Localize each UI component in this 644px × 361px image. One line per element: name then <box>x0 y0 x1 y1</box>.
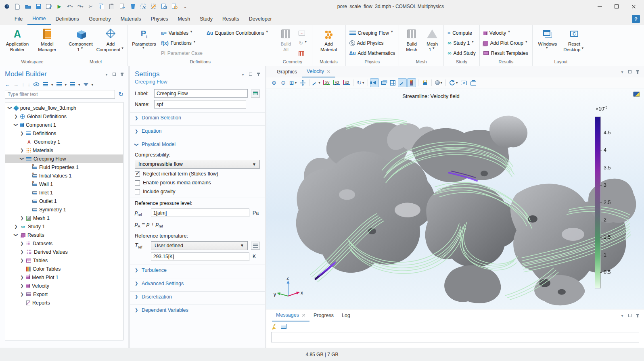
plot-canvas[interactable]: Streamline: Velocity field ×10-3 4.543.5… <box>266 88 644 309</box>
stokes-checkbox-row[interactable]: Neglect inertial term (Stokes flow) <box>130 169 265 178</box>
expander-icon[interactable]: ❯ <box>20 131 24 136</box>
pin-panel-icon[interactable] <box>119 72 124 77</box>
tree-item-export[interactable]: ❯Export <box>5 290 123 298</box>
tree-item-fluid-properties-1[interactable]: ❯Fluid Properties 1 <box>5 163 123 171</box>
tree-item-color-tables[interactable]: ❯Color Tables <box>5 265 123 273</box>
tab-physics[interactable]: Physics <box>146 13 173 25</box>
equation-contributions-button[interactable]: ΔuEquation Contributions <box>205 28 271 38</box>
save-as-icon[interactable] <box>44 2 53 11</box>
zoom-extents-icon[interactable] <box>298 78 307 87</box>
float-panel-icon[interactable] <box>112 72 117 77</box>
expander-icon[interactable]: ❯ <box>20 216 24 220</box>
view-yz-icon[interactable]: yz <box>332 78 341 87</box>
name-input[interactable] <box>154 100 246 109</box>
snapshot-icon[interactable] <box>460 78 468 87</box>
expander-icon[interactable]: ❯ <box>20 258 24 263</box>
tree-filter-input[interactable] <box>5 90 115 99</box>
dropdown-caret-icon[interactable]: ▾ <box>78 83 80 87</box>
dropdown-caret-icon[interactable]: ▾ <box>92 83 94 87</box>
component1-button[interactable]: Component 1 <box>66 26 95 53</box>
add-plot-group-button[interactable]: Add Plot Group <box>482 38 530 48</box>
color-legend-icon[interactable] <box>407 78 416 87</box>
move-down-icon[interactable]: ↓ <box>28 81 31 88</box>
duplicate-icon[interactable] <box>118 2 127 11</box>
clear-messages-icon[interactable] <box>271 323 277 329</box>
tree-item-materials[interactable]: ❯Materials <box>5 146 123 154</box>
float-panel-icon[interactable] <box>627 69 632 74</box>
porous-checkbox-row[interactable]: Enable porous media domains <box>130 178 265 187</box>
build-all-button[interactable]: Build All <box>275 26 296 53</box>
find-results-icon[interactable] <box>170 2 179 11</box>
minimize-button[interactable] <box>592 1 608 12</box>
tab-geometry[interactable]: Geometry <box>84 13 116 25</box>
tree-item-inlet-1[interactable]: ❯Inlet 1 <box>5 188 123 197</box>
tab-file[interactable]: File <box>10 13 27 25</box>
expand-tree-icon[interactable] <box>56 82 62 87</box>
tab-results[interactable]: Results <box>217 13 244 25</box>
panel-menu-icon[interactable]: ▾ <box>240 72 245 77</box>
zoom-in-icon[interactable]: ⊕ <box>270 78 278 87</box>
qat-overflow-icon[interactable]: ⌄ <box>181 2 190 11</box>
functions-button[interactable]: f(x)Functions <box>159 38 204 48</box>
compute-button[interactable]: =Compute <box>446 28 477 38</box>
message-report-icon[interactable] <box>281 324 286 329</box>
node-text-icon[interactable] <box>70 82 75 87</box>
expander-icon[interactable]: ❯ <box>20 241 24 246</box>
expander-icon[interactable]: ❯ <box>20 157 24 161</box>
gravity-checkbox-row[interactable]: Include gravity <box>130 187 265 196</box>
help-button[interactable]: ? <box>632 15 640 23</box>
section-physical-model[interactable]: ❯Physical Model <box>130 139 265 150</box>
tree-item-initial-values-1[interactable]: ❯Initial Values 1 <box>5 171 123 180</box>
tab-developer[interactable]: Developer <box>244 13 277 25</box>
go-to-view-icon[interactable]: ▾ <box>312 78 322 87</box>
tab-materials[interactable]: Materials <box>116 13 146 25</box>
label-input[interactable] <box>154 89 248 98</box>
float-panel-icon[interactable] <box>627 313 632 318</box>
tree-item-global-definitions[interactable]: ❯Global Definitions <box>5 112 123 121</box>
messages-content[interactable] <box>271 332 639 342</box>
refresh-icon[interactable]: ↻ <box>118 91 123 98</box>
forward-icon[interactable]: → <box>13 81 19 88</box>
dropdown-caret-icon[interactable]: ▾ <box>51 83 53 87</box>
panel-menu-icon[interactable]: ▾ <box>620 313 625 318</box>
redo-icon[interactable]: ↷▾ <box>76 2 85 11</box>
tree-item-mesh-plot-1[interactable]: ❯Mesh Plot 1 <box>5 273 123 282</box>
expander-icon[interactable]: ❯ <box>14 123 18 127</box>
cut-icon[interactable]: ✂ <box>86 2 95 11</box>
checkbox-icon[interactable] <box>135 189 140 194</box>
dropdown-caret-icon[interactable]: ▾ <box>65 83 67 87</box>
section-advanced-settings[interactable]: ❯Advanced Settings <box>130 278 265 289</box>
expander-icon[interactable]: ❯ <box>20 292 24 296</box>
tab-log[interactable]: Log <box>338 309 354 321</box>
tab-progress[interactable]: Progress <box>309 309 338 321</box>
plot-thumbnail-icon[interactable] <box>633 92 640 97</box>
save-icon[interactable] <box>34 2 43 11</box>
close-tab-icon[interactable] <box>302 313 305 317</box>
find-icon[interactable] <box>160 2 169 11</box>
wireframe-grid-icon[interactable] <box>389 78 397 87</box>
pin-panel-icon[interactable] <box>256 72 261 77</box>
tree-item-datasets[interactable]: ❯Datasets <box>5 239 123 248</box>
expander-icon[interactable]: ❯ <box>14 114 18 119</box>
new-file-icon[interactable] <box>13 2 22 11</box>
open-file-icon[interactable] <box>23 2 32 11</box>
panel-menu-icon[interactable]: ▾ <box>104 72 109 77</box>
tree-item-mesh-1[interactable]: ❯Mesh 1 <box>5 214 123 222</box>
scene-light-icon[interactable] <box>370 78 379 87</box>
filter-icon[interactable] <box>84 83 88 86</box>
tab-study[interactable]: Study <box>195 13 217 25</box>
geometry-import-button[interactable]: ← <box>297 28 309 38</box>
expander-icon[interactable]: ❯ <box>8 106 12 110</box>
checkbox-checked-icon[interactable] <box>135 171 140 177</box>
tree-item-component-1[interactable]: ❯Component 1 <box>5 121 123 129</box>
build-mesh-button[interactable]: Build Mesh <box>401 26 422 53</box>
copy-icon[interactable] <box>97 2 106 11</box>
expander-icon[interactable]: ❯ <box>20 275 24 280</box>
select-box-icon[interactable] <box>139 2 148 11</box>
pin-panel-icon[interactable] <box>635 69 640 74</box>
view-lock-icon[interactable] <box>420 78 429 87</box>
reset-desktop-button[interactable]: C Reset Desktop <box>561 26 587 53</box>
tree-item-derived-values[interactable]: ❯8.85 e-12Derived Values <box>5 248 123 256</box>
temperature-input[interactable] <box>151 252 249 261</box>
application-builder-button[interactable]: A Application Builder <box>3 26 32 53</box>
